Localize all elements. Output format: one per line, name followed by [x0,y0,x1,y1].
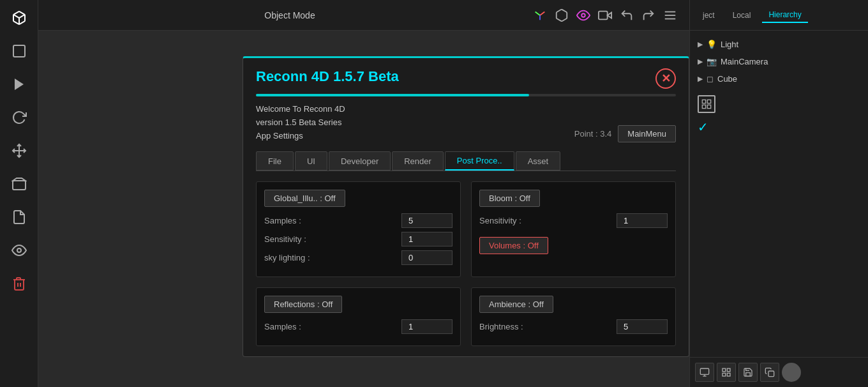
svg-rect-1 [13,45,25,57]
redo-icon[interactable] [640,6,657,24]
brightness-label: Brightness : [479,322,523,331]
tab-hierarchy[interactable]: Hierarchy [762,8,807,23]
screen-bottom-icon[interactable] [695,363,714,382]
tab-render[interactable]: Render [392,151,444,171]
hierarchy-list: ▶ 💡 Light ▶ 📷 MainCamera ▶ ◻ Cube [690,31,868,93]
cube-3d-icon[interactable] [553,6,571,24]
trash-icon[interactable] [8,272,31,295]
save-bottom-icon[interactable] [738,363,758,382]
light-label: Light [721,40,738,49]
circle-bottom-icon[interactable] [782,363,801,382]
cube-arrow-icon: ▶ [698,75,703,83]
hierarchy-item-cube[interactable]: ▶ ◻ Cube [690,70,868,87]
volumes-toggle[interactable]: Volumes : Off [479,237,548,254]
brightness-value: 5 [617,319,668,334]
dialog-info: Welcome To Reconn 4D version 1.5 Beta Se… [243,96,689,146]
bloom-panel: Bloom : Off Sensitivity : 1 Volumes : Of… [471,181,676,277]
samples-row: Samples : 5 [264,213,453,228]
bloom-sensitivity-row: Sensitivity : 1 [479,213,668,228]
bloom-toggle[interactable]: Bloom : Off [479,190,540,207]
ambience-panel: Ambience : Off Brightness : 5 [471,287,676,346]
bloom-sensitivity-value: 1 [617,213,668,228]
refresh-icon[interactable] [8,106,31,129]
svg-rect-17 [702,100,705,103]
samples-value: 5 [401,213,453,228]
close-button[interactable]: ✕ [655,68,676,89]
right-panel: ject Local Hierarchy ▶ 💡 Light ▶ 📷 MainC… [689,0,868,387]
tab-post-proce[interactable]: Post Proce.. [445,151,514,171]
undo-icon[interactable] [618,6,636,24]
sensitivity-label: Sensitivity : [264,234,306,244]
svg-rect-24 [722,368,726,372]
tab-developer[interactable]: Developer [329,151,391,171]
reflections-toggle[interactable]: Reflections : Off [264,296,342,313]
dialog-title: Reconn 4D 1.5.7 Beta [256,68,399,85]
svg-rect-13 [599,11,608,19]
mode-label: Object Mode [264,10,315,20]
eye-top-icon[interactable] [574,6,592,24]
svg-marker-2 [15,79,24,90]
right-panel-bottom [690,357,868,387]
tab-ject[interactable]: ject [696,8,721,22]
top-right-icons [531,6,679,24]
refl-samples-row: Samples : 1 [264,319,453,334]
layers-icon[interactable] [8,172,31,195]
dialog-content: Global_Illu.. : Off Samples : 5 Sensitiv… [243,171,689,356]
brightness-row: Brightness : 5 [479,319,668,334]
square-outline-icon[interactable] [8,40,31,63]
welcome-line3: App Settings [256,130,345,143]
axis-3d-icon[interactable] [531,6,549,24]
frame-icon[interactable] [698,95,715,113]
dialog-info-right: Point : 3.4 MainMenu [574,125,676,142]
eye-sidebar-icon[interactable] [8,239,31,262]
camera-icon[interactable] [596,6,614,24]
maincamera-label: MainCamera [721,57,768,66]
sensitivity-row: Sensitivity : 1 [264,232,453,247]
ambience-toggle[interactable]: Ambience : Off [479,296,553,313]
main-menu-button[interactable]: MainMenu [618,125,676,142]
point-label: Point : 3.4 [574,129,612,139]
copy-bottom-icon[interactable] [760,363,779,382]
tab-asset[interactable]: Asset [516,151,561,171]
refl-samples-label: Samples : [264,322,301,331]
svg-point-6 [17,248,21,252]
light-bulb-icon: 💡 [707,40,717,49]
svg-line-9 [540,11,544,15]
skylighting-label: sky lighting : [264,253,310,262]
svg-line-10 [535,11,540,15]
tab-ui[interactable]: UI [295,151,327,171]
viewport[interactable]: Reconn 4D 1.5.7 Beta ✕ Welcome To Reconn… [38,31,689,387]
camera-hier-icon: 📷 [707,57,717,66]
hierarchy-item-light[interactable]: ▶ 💡 Light [690,36,868,53]
welcome-line2: version 1.5 Beta Series [256,116,345,130]
grid-bottom-icon[interactable] [717,363,736,382]
svg-point-12 [581,13,585,17]
bloom-sensitivity-label: Sensitivity : [479,216,521,225]
tab-file[interactable]: File [256,151,294,171]
sensitivity-value: 1 [401,232,453,247]
hamburger-icon[interactable] [661,6,679,24]
document-icon[interactable] [8,206,31,229]
play-icon[interactable] [8,73,31,96]
svg-rect-26 [722,373,726,376]
refl-samples-value: 1 [401,319,453,334]
welcome-line1: Welcome To Reconn 4D [256,103,345,116]
samples-label: Samples : [264,216,301,225]
svg-rect-21 [700,368,708,374]
dialog-tabs: File UI Developer Render Post Proce.. As… [243,151,689,171]
skylighting-row: sky lighting : 0 [264,250,453,265]
frame-icon-area [690,93,868,116]
svg-rect-18 [707,100,710,103]
global-illum-toggle[interactable]: Global_Illu.. : Off [264,190,345,207]
cube-hier-icon: ◻ [707,74,714,84]
camera-arrow-icon: ▶ [698,57,703,66]
right-panel-tabs: ject Local Hierarchy [690,0,868,31]
reflections-panel: Reflections : Off Samples : 1 [256,287,461,346]
skylighting-value: 0 [401,250,453,265]
cube-icon[interactable] [8,6,31,29]
move-icon[interactable] [8,139,31,162]
tab-local[interactable]: Local [726,8,758,22]
hierarchy-item-maincamera[interactable]: ▶ 📷 MainCamera [690,53,868,70]
main-area: Object Mode [38,0,689,387]
dialog: Reconn 4D 1.5.7 Beta ✕ Welcome To Reconn… [243,56,689,357]
